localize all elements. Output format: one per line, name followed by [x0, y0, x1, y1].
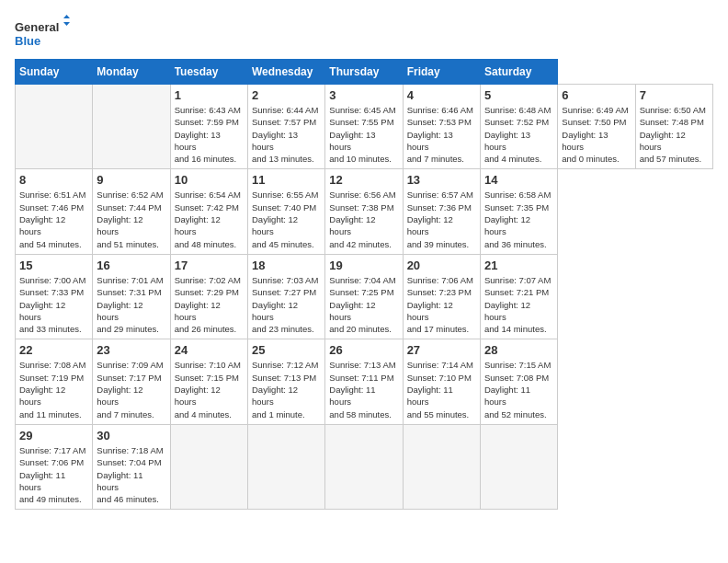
sunrise-label: Sunrise: 6:43 AM: [175, 105, 241, 115]
day-number: 14: [484, 173, 553, 187]
daylight-mins: and 33 minutes.: [19, 324, 82, 334]
day-info: Sunrise: 7:15 AM Sunset: 7:08 PM Dayligh…: [484, 359, 553, 419]
svg-text:General: General: [15, 20, 59, 34]
sunset-label: Sunset: 7:31 PM: [97, 287, 161, 297]
day-info: Sunrise: 6:45 AM Sunset: 7:55 PM Dayligh…: [329, 104, 398, 165]
calendar-cell: 12 Sunrise: 6:56 AM Sunset: 7:38 PM Dayl…: [325, 169, 403, 254]
sunset-label: Sunset: 7:06 PM: [19, 457, 84, 467]
day-number: 10: [175, 173, 244, 187]
svg-text:Blue: Blue: [15, 34, 40, 48]
sunrise-label: Sunrise: 6:46 AM: [407, 105, 473, 115]
sunrise-label: Sunrise: 7:02 AM: [175, 275, 241, 285]
day-info: Sunrise: 6:50 AM Sunset: 7:48 PM Dayligh…: [640, 104, 709, 165]
calendar-cell: [325, 424, 403, 509]
sunrise-label: Sunrise: 7:04 AM: [329, 275, 395, 285]
day-number: 2: [252, 88, 321, 102]
daylight-mins: and 42 minutes.: [329, 239, 392, 249]
day-number: 1: [175, 88, 244, 102]
weekday-header: Tuesday: [170, 60, 247, 85]
calendar-week-row: 29 Sunrise: 7:17 AM Sunset: 7:06 PM Dayl…: [16, 424, 713, 509]
daylight-mins: and 7 minutes.: [97, 409, 154, 419]
sunset-label: Sunset: 7:27 PM: [252, 287, 316, 297]
day-info: Sunrise: 6:43 AM Sunset: 7:59 PM Dayligh…: [175, 104, 244, 165]
weekday-header: Thursday: [325, 60, 403, 85]
sunset-label: Sunset: 7:57 PM: [252, 117, 316, 127]
daylight-label: Daylight: 12 hours: [19, 214, 65, 236]
day-info: Sunrise: 6:44 AM Sunset: 7:57 PM Dayligh…: [252, 104, 321, 165]
daylight-label: Daylight: 12 hours: [97, 385, 142, 407]
sunrise-label: Sunrise: 7:17 AM: [19, 445, 85, 455]
calendar-cell: 6 Sunrise: 6:49 AM Sunset: 7:50 PM Dayli…: [558, 85, 635, 169]
day-info: Sunrise: 7:14 AM Sunset: 7:10 PM Dayligh…: [407, 359, 476, 419]
daylight-label: Daylight: 12 hours: [329, 300, 375, 322]
calendar-cell: 22 Sunrise: 7:08 AM Sunset: 7:19 PM Dayl…: [16, 339, 93, 424]
day-info: Sunrise: 7:17 AM Sunset: 7:06 PM Dayligh…: [19, 444, 88, 505]
calendar-cell: 25 Sunrise: 7:12 AM Sunset: 7:13 PM Dayl…: [247, 339, 324, 424]
day-number: 7: [640, 88, 709, 102]
calendar-cell: 5 Sunrise: 6:48 AM Sunset: 7:52 PM Dayli…: [480, 85, 557, 169]
day-number: 29: [19, 429, 88, 442]
sunrise-label: Sunrise: 6:55 AM: [252, 190, 318, 200]
calendar-cell: [480, 424, 557, 509]
calendar-cell: 26 Sunrise: 7:13 AM Sunset: 7:11 PM Dayl…: [325, 339, 403, 424]
daylight-mins: and 39 minutes.: [407, 239, 470, 249]
daylight-mins: and 23 minutes.: [252, 324, 314, 334]
day-number: 26: [329, 343, 398, 357]
day-number: 5: [484, 88, 553, 102]
daylight-label: Daylight: 13 hours: [407, 130, 453, 152]
calendar-cell: [247, 424, 324, 509]
day-number: 9: [97, 173, 165, 187]
sunset-label: Sunset: 7:53 PM: [407, 117, 472, 127]
day-number: 30: [97, 429, 165, 442]
sunrise-label: Sunrise: 6:48 AM: [484, 105, 551, 115]
weekday-header-row: SundayMondayTuesdayWednesdayThursdayFrid…: [16, 60, 713, 85]
calendar-cell: 30 Sunrise: 7:18 AM Sunset: 7:04 PM Dayl…: [93, 424, 170, 509]
day-info: Sunrise: 6:55 AM Sunset: 7:40 PM Dayligh…: [252, 189, 321, 249]
day-number: 19: [329, 259, 398, 272]
sunrise-label: Sunrise: 6:56 AM: [329, 190, 395, 200]
daylight-label: Daylight: 11 hours: [329, 385, 375, 407]
sunrise-label: Sunrise: 6:45 AM: [329, 105, 395, 115]
sunset-label: Sunset: 7:55 PM: [329, 117, 393, 127]
sunset-label: Sunset: 7:19 PM: [19, 373, 84, 383]
daylight-mins: and 54 minutes.: [19, 239, 82, 249]
day-number: 28: [484, 343, 553, 357]
sunset-label: Sunset: 7:10 PM: [407, 373, 472, 383]
day-number: 6: [562, 88, 631, 102]
calendar-cell: 23 Sunrise: 7:09 AM Sunset: 7:17 PM Dayl…: [93, 339, 170, 424]
sunset-label: Sunset: 7:48 PM: [640, 117, 704, 127]
day-info: Sunrise: 6:52 AM Sunset: 7:44 PM Dayligh…: [97, 189, 165, 249]
day-info: Sunrise: 6:49 AM Sunset: 7:50 PM Dayligh…: [562, 104, 631, 165]
day-info: Sunrise: 6:46 AM Sunset: 7:53 PM Dayligh…: [407, 104, 476, 165]
calendar-cell: [16, 85, 93, 169]
daylight-label: Daylight: 12 hours: [252, 300, 298, 322]
day-info: Sunrise: 7:09 AM Sunset: 7:17 PM Dayligh…: [97, 359, 165, 419]
day-info: Sunrise: 6:48 AM Sunset: 7:52 PM Dayligh…: [484, 104, 553, 165]
calendar-week-row: 22 Sunrise: 7:08 AM Sunset: 7:19 PM Dayl…: [16, 339, 713, 424]
sunrise-label: Sunrise: 6:58 AM: [484, 190, 551, 200]
daylight-mins: and 17 minutes.: [407, 324, 470, 334]
daylight-mins: and 45 minutes.: [252, 239, 314, 249]
daylight-label: Daylight: 11 hours: [484, 385, 530, 407]
calendar-cell: 3 Sunrise: 6:45 AM Sunset: 7:55 PM Dayli…: [325, 85, 403, 169]
sunrise-label: Sunrise: 6:44 AM: [252, 105, 318, 115]
day-number: 22: [19, 343, 88, 357]
calendar-week-row: 8 Sunrise: 6:51 AM Sunset: 7:46 PM Dayli…: [16, 169, 713, 254]
sunrise-label: Sunrise: 7:01 AM: [97, 275, 163, 285]
sunrise-label: Sunrise: 6:52 AM: [97, 190, 163, 200]
daylight-label: Daylight: 13 hours: [484, 130, 530, 152]
calendar-cell: [170, 424, 247, 509]
weekday-header: Sunday: [16, 60, 93, 85]
daylight-label: Daylight: 12 hours: [97, 214, 142, 236]
sunrise-label: Sunrise: 7:08 AM: [19, 360, 85, 370]
day-info: Sunrise: 7:10 AM Sunset: 7:15 PM Dayligh…: [175, 359, 244, 419]
sunset-label: Sunset: 7:21 PM: [484, 287, 549, 297]
day-info: Sunrise: 7:00 AM Sunset: 7:33 PM Dayligh…: [19, 274, 88, 335]
day-info: Sunrise: 6:57 AM Sunset: 7:36 PM Dayligh…: [407, 189, 476, 249]
svg-marker-3: [63, 22, 70, 26]
daylight-label: Daylight: 12 hours: [407, 300, 453, 322]
day-info: Sunrise: 7:13 AM Sunset: 7:11 PM Dayligh…: [329, 359, 398, 419]
sunrise-label: Sunrise: 7:14 AM: [407, 360, 473, 370]
day-number: 25: [252, 343, 321, 357]
sunset-label: Sunset: 7:17 PM: [97, 373, 161, 383]
